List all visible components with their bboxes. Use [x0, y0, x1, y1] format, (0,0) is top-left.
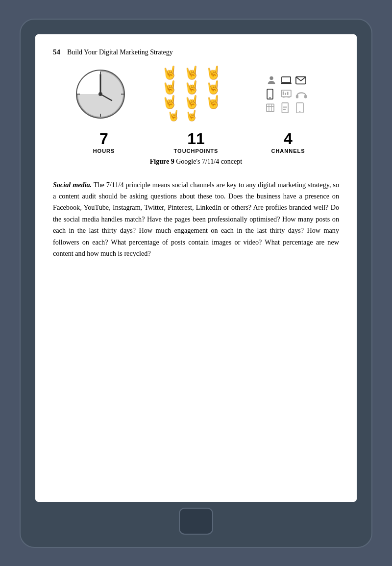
info-labels: 7 HOURS 11 TOUCHPOINTS 4 CHANNELS	[53, 130, 339, 154]
tablet-icon	[295, 102, 304, 113]
presentation-icon	[281, 90, 292, 98]
svg-rect-18	[285, 93, 286, 95]
hand-icons-grid: 🤘 🤘 🤘 🤘 🤘 🤘 🤘 🤘 🤘 🤘 🤘	[159, 67, 223, 121]
body-content: The 7/11/4 principle means social channe…	[53, 181, 339, 258]
hand-icon-10: 🤘	[167, 111, 180, 121]
hours-label-group: 7 HOURS	[72, 130, 136, 154]
touchpoints-label: TOUCHPOINTS	[174, 148, 219, 154]
body-text: Social media. The 7/11/4 principle means…	[53, 179, 339, 260]
figure-label: Figure 9	[150, 158, 174, 165]
hand-icon-6: 🤘	[203, 81, 223, 94]
hand-icon-3: 🤘	[203, 67, 223, 79]
hand-icon-7: 🤘	[159, 96, 180, 109]
hours-item	[74, 67, 127, 121]
svg-point-13	[269, 97, 270, 98]
figure-caption: Figure 9 Google's 7/11/4 concept	[53, 158, 339, 166]
svg-rect-19	[287, 92, 288, 95]
svg-rect-20	[295, 95, 298, 98]
svg-rect-22	[266, 104, 273, 111]
channels-value: 4	[284, 130, 293, 148]
home-button[interactable]	[179, 508, 213, 535]
hours-label: HOURS	[93, 148, 115, 154]
hand-icon-8: 🤘	[182, 96, 201, 109]
svg-point-31	[299, 111, 300, 112]
touchpoints-value: 11	[187, 130, 205, 148]
channels-graphic	[255, 67, 318, 121]
document-icon	[281, 102, 291, 113]
hand-icon-2: 🤘	[182, 67, 201, 79]
svg-rect-17	[282, 91, 284, 95]
touchpoints-graphic: 🤘 🤘 🤘 🤘 🤘 🤘 🤘 🤘 🤘 🤘 🤘	[159, 67, 223, 121]
clock-graphic	[74, 67, 127, 121]
channels-label-group: 4 CHANNELS	[256, 130, 320, 154]
person-icon	[266, 75, 277, 86]
video-icon	[266, 103, 277, 112]
email-icon	[295, 76, 306, 85]
headphones-icon	[295, 89, 307, 99]
hand-icon-4: 🤘	[159, 81, 180, 94]
channel-icons-grid	[266, 75, 307, 113]
page-header: 54 Build Your Digital Marketing Strategy	[53, 48, 339, 56]
body-bold-italic: Social media.	[53, 181, 92, 189]
laptop-icon	[281, 76, 292, 85]
page-number: 54	[53, 48, 60, 56]
touchpoints-item: 🤘 🤘 🤘 🤘 🤘 🤘 🤘 🤘 🤘 🤘 🤘	[159, 67, 223, 121]
hours-value: 7	[99, 130, 108, 148]
svg-rect-21	[304, 95, 307, 98]
device-frame: 54 Build Your Digital Marketing Strategy	[20, 19, 372, 548]
screen: 54 Build Your Digital Marketing Strategy	[35, 34, 357, 502]
hand-icon-1: 🤘	[159, 67, 180, 79]
hand-icon-11: 🤘	[182, 111, 201, 121]
figure-text: Google's 7/11/4 concept	[174, 158, 242, 165]
channels-item	[255, 67, 318, 121]
svg-rect-9	[282, 76, 291, 82]
phone-icon	[266, 89, 274, 99]
hand-icon-9: 🤘	[203, 96, 223, 109]
svg-point-8	[270, 76, 273, 79]
touchpoints-label-group: 11 TOUCHPOINTS	[164, 130, 228, 154]
svg-rect-10	[281, 82, 292, 84]
hand-icon-5: 🤘	[182, 81, 201, 94]
page-title: Build Your Digital Marketing Strategy	[67, 49, 173, 56]
channels-label: CHANNELS	[271, 148, 305, 154]
infographic-row: 🤘 🤘 🤘 🤘 🤘 🤘 🤘 🤘 🤘 🤘 🤘	[53, 67, 339, 121]
